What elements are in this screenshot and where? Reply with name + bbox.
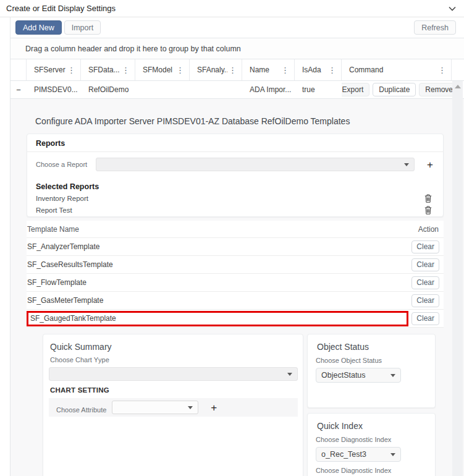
chevron-down-icon (188, 406, 193, 409)
column-menu-icon[interactable]: ⋮ (66, 66, 77, 74)
grid-header: SFServer ⋮ SFData... ⋮ SFModel ⋮ SFAnaly… (11, 59, 464, 81)
template-row: SF_CaseResultsTemplate Clear (27, 256, 444, 274)
template-row: SF_GasMeterTemplate Clear (27, 292, 444, 310)
template-row-highlighted: SF_GaugedTankTemplate Clear (27, 310, 444, 328)
list-item: Report Test (27, 205, 443, 216)
cell-isada: true (295, 85, 342, 94)
choose-report-dropdown[interactable] (96, 158, 415, 171)
scroll-up-icon[interactable] (455, 85, 461, 88)
object-status-card: Object Status Choose Object Status Objec… (307, 334, 436, 408)
template-row: SF_AnalyzerTemplate Clear (27, 238, 444, 256)
choose-object-status-label: Choose Object Status (316, 357, 427, 364)
chart-type-dropdown[interactable] (49, 367, 298, 381)
choose-attribute-label: Choose Attribute (56, 406, 106, 414)
toolbar: Add New Import Refresh (11, 17, 464, 38)
cell-sfdata: RefOilDemo (81, 85, 135, 94)
column-menu-icon[interactable]: ⋮ (175, 66, 185, 74)
right-column: Object Status Choose Object Status Objec… (307, 334, 436, 476)
column-menu-icon[interactable]: ⋮ (280, 66, 290, 74)
table-row[interactable]: − PIMSDEV0... RefOilDemo ADA Impor... tr… (11, 81, 464, 99)
template-name-header: Template Name (27, 225, 79, 234)
templates-section: Template Name Action SF_AnalyzerTemplate… (27, 221, 444, 328)
template-name[interactable]: SF_GaugedTankTemplate (28, 314, 407, 323)
clear-button[interactable]: Clear (411, 258, 439, 271)
list-item: Inventory Report (27, 193, 443, 205)
add-new-button[interactable]: Add New (15, 20, 62, 35)
chart-setting-title: CHART SETTING (50, 386, 298, 394)
action-header: Action (418, 225, 439, 234)
column-header-sfanalysis[interactable]: SFAnaly... ⋮ (190, 59, 242, 80)
column-header-sfdata[interactable]: SFData... ⋮ (81, 59, 135, 80)
quick-index-card: Quick Index Choose Diagnostic Index o_Re… (307, 413, 436, 476)
attribute-row: Choose Attribute + (49, 398, 298, 417)
clear-button[interactable]: Clear (411, 276, 439, 289)
chevron-down-icon (390, 374, 395, 377)
expand-column-header (11, 59, 27, 80)
column-menu-icon[interactable]: ⋮ (327, 66, 337, 74)
reports-title: Reports (27, 134, 443, 152)
template-name[interactable]: SF_GasMeterTemplate (27, 296, 411, 305)
report-chooser-row: Choose a Report + (27, 152, 443, 177)
templates-header: Template Name Action (27, 221, 444, 238)
selected-report-name: Report Test (36, 206, 72, 214)
bottom-panels: Quick Summary Choose Chart Yype CHART SE… (43, 334, 445, 476)
vertical-scrollbar[interactable] (452, 81, 463, 476)
column-header-filler (452, 59, 464, 80)
selected-report-name: Inventory Report (36, 195, 88, 202)
template-row: SF_FlowTemplate Clear (27, 274, 444, 292)
import-button[interactable]: Import (64, 20, 101, 35)
object-status-title: Object Status (317, 342, 427, 352)
chevron-down-icon[interactable] (448, 6, 457, 12)
column-menu-icon[interactable]: ⋮ (437, 66, 447, 74)
group-by-drop-zone[interactable]: Drag a column header and drop it here to… (11, 38, 464, 59)
clear-button[interactable]: Clear (411, 312, 439, 325)
settings-panel: Add New Import Refresh Drag a column hea… (10, 17, 464, 476)
red-highlight-box: SF_GaugedTankTemplate (27, 311, 408, 326)
cell-name: ADA Impor... (242, 85, 295, 94)
diagnostic-index-value-1: o_Rec_Test3 (321, 450, 366, 459)
chart-type-label: Choose Chart Yype (50, 356, 298, 363)
chevron-down-icon (390, 453, 395, 456)
diagnostic-index-label-2: Choose Diagnostic Index (316, 467, 427, 474)
collapse-row-icon[interactable]: − (11, 85, 27, 95)
trash-icon[interactable] (424, 206, 432, 215)
export-button[interactable]: Export (342, 83, 369, 96)
selected-reports-title: Selected Reports (27, 177, 443, 193)
configure-heading: Configure ADA Importer Server PIMSDEV01-… (35, 116, 445, 126)
object-status-dropdown[interactable]: ObjectStatus (316, 368, 401, 383)
column-header-sfmodel[interactable]: SFModel ⋮ (135, 59, 190, 80)
template-name[interactable]: SF_CaseResultsTemplate (27, 260, 411, 269)
detail-area: Configure ADA Importer Server PIMSDEV01-… (11, 99, 464, 476)
chevron-down-icon (404, 163, 409, 166)
column-menu-icon[interactable]: ⋮ (120, 66, 131, 74)
quick-summary-title: Quick Summary (50, 342, 298, 352)
diagnostic-index-label-1: Choose Diagnostic Index (316, 436, 427, 443)
column-header-sfserver[interactable]: SFServer ⋮ (27, 59, 81, 80)
refresh-button[interactable]: Refresh (414, 20, 456, 35)
column-header-command[interactable]: Command ⋮ (342, 59, 452, 80)
object-status-value: ObjectStatus (321, 371, 366, 380)
duplicate-button[interactable]: Duplicate (373, 83, 416, 96)
template-name[interactable]: SF_FlowTemplate (27, 278, 411, 287)
cell-command: Export Duplicate Remove (342, 83, 464, 96)
diagnostic-index-dropdown-1[interactable]: o_Rec_Test3 (316, 447, 401, 462)
add-attribute-button[interactable]: + (208, 402, 219, 413)
column-menu-icon[interactable]: ⋮ (227, 66, 238, 74)
panel-header: Create or Edit Display Settings (0, 0, 464, 17)
trash-icon[interactable] (424, 194, 432, 203)
attribute-dropdown[interactable] (112, 401, 198, 414)
cell-sfserver: PIMSDEV0... (27, 85, 81, 94)
clear-button[interactable]: Clear (411, 240, 439, 253)
page-title: Create or Edit Display Settings (6, 4, 116, 13)
quick-summary-card: Quick Summary Choose Chart Yype CHART SE… (43, 334, 303, 476)
reports-card: Reports Choose a Report + Selected Repor… (27, 134, 444, 217)
template-name[interactable]: SF_AnalyzerTemplate (27, 242, 411, 251)
add-report-button[interactable]: + (424, 159, 436, 170)
quick-index-title: Quick Index (317, 421, 427, 431)
clear-button[interactable]: Clear (411, 294, 439, 307)
column-header-name[interactable]: Name ⋮ (242, 59, 295, 80)
chevron-down-icon (287, 373, 292, 376)
column-header-isada[interactable]: IsAda ⋮ (295, 59, 342, 80)
choose-report-label: Choose a Report (36, 161, 87, 168)
